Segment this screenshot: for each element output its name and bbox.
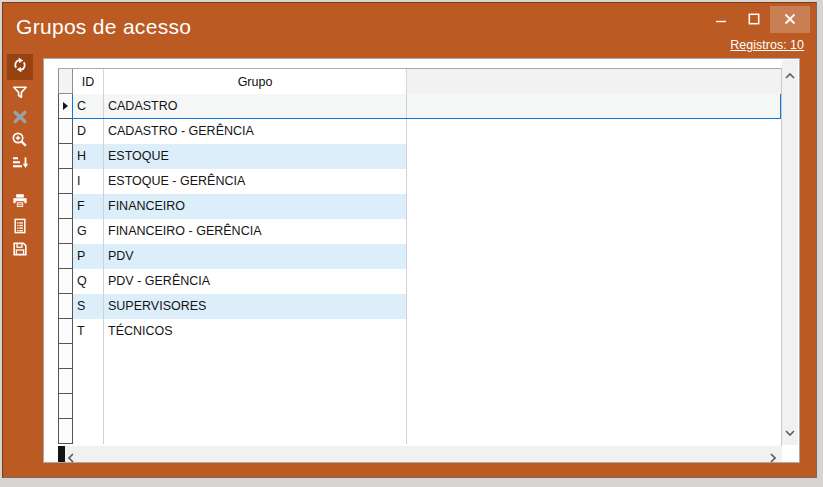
horizontal-scrollbar[interactable] xyxy=(58,446,782,462)
row-indicator-cell xyxy=(58,369,73,394)
row-indicator-cell xyxy=(58,294,73,319)
filter-icon xyxy=(11,84,29,106)
table-row[interactable]: FFINANCEIRO xyxy=(58,194,781,219)
scroll-down-icon[interactable] xyxy=(785,422,795,440)
row-indicator-cell xyxy=(58,144,73,169)
row-filler xyxy=(407,94,781,119)
minimize-icon xyxy=(715,11,727,29)
column-header-grupo[interactable]: Grupo xyxy=(104,69,407,94)
row-filler xyxy=(407,219,781,244)
row-filler xyxy=(407,269,781,294)
cell-grupo[interactable]: TÉCNICOS xyxy=(104,319,407,344)
sort-button[interactable] xyxy=(7,152,33,178)
table-row[interactable]: TTÉCNICOS xyxy=(58,319,781,344)
registros-link[interactable]: Registros: 10 xyxy=(730,38,804,52)
table-row[interactable]: IESTOQUE - GERÊNCIA xyxy=(58,169,781,194)
maximize-button[interactable] xyxy=(737,6,770,33)
scroll-right-icon[interactable] xyxy=(770,449,776,467)
cell-grupo[interactable]: ESTOQUE xyxy=(104,144,407,169)
report-icon xyxy=(11,217,29,239)
cell-id[interactable]: I xyxy=(73,169,104,194)
row-indicator-cell xyxy=(58,194,73,219)
empty-row xyxy=(58,369,781,394)
window-title: Grupos de acesso xyxy=(16,15,191,39)
cell-grupo[interactable]: FINANCEIRO xyxy=(104,194,407,219)
window-controls xyxy=(704,6,810,33)
table-row[interactable]: SSUPERVISORES xyxy=(58,294,781,319)
column-header-id[interactable]: ID xyxy=(73,69,104,94)
table-row[interactable]: GFINANCEIRO - GERÊNCIA xyxy=(58,219,781,244)
cell-id[interactable]: F xyxy=(73,194,104,219)
sort-descending-icon xyxy=(11,154,29,176)
table-row[interactable]: PPDV xyxy=(58,244,781,269)
close-button[interactable] xyxy=(770,6,810,33)
grid-body: CCADASTRODCADASTRO - GERÊNCIAHESTOQUEIES… xyxy=(58,94,781,446)
scroll-up-icon[interactable] xyxy=(785,65,795,83)
vertical-scrollbar[interactable] xyxy=(782,60,798,445)
table-row[interactable]: HESTOQUE xyxy=(58,144,781,169)
row-filler xyxy=(407,169,781,194)
refresh-button[interactable] xyxy=(7,54,33,80)
empty-row xyxy=(58,394,781,419)
cell-id[interactable]: S xyxy=(73,294,104,319)
scroll-left-icon[interactable] xyxy=(68,449,74,467)
minimize-button[interactable] xyxy=(704,6,737,33)
row-indicator-cell xyxy=(58,94,73,119)
cell-grupo[interactable]: SUPERVISORES xyxy=(104,294,407,319)
table-row[interactable]: CCADASTRO xyxy=(58,94,781,119)
clear-x-icon xyxy=(11,108,29,130)
row-indicator-cell xyxy=(58,169,73,194)
cell-grupo[interactable]: CADASTRO - GERÊNCIA xyxy=(104,119,407,144)
cell-id[interactable]: G xyxy=(73,219,104,244)
data-grid: ID Grupo CCADASTRODCADASTRO - GERÊNCIAHE… xyxy=(58,68,782,446)
row-indicator-cell xyxy=(58,244,73,269)
grid-header: ID Grupo xyxy=(58,69,781,94)
content-panel: ID Grupo CCADASTRODCADASTRO - GERÊNCIAHE… xyxy=(43,58,800,463)
row-filler xyxy=(407,144,781,169)
save-button[interactable] xyxy=(7,238,33,264)
magnifier-plus-icon xyxy=(11,131,29,153)
cell-id[interactable]: D xyxy=(73,119,104,144)
row-filler xyxy=(407,119,781,144)
cell-id[interactable]: T xyxy=(73,319,104,344)
empty-row xyxy=(58,344,781,369)
row-indicator-cell xyxy=(58,394,73,419)
row-indicator-cell xyxy=(58,319,73,344)
header-filler xyxy=(407,69,781,94)
row-filler xyxy=(407,294,781,319)
maximize-icon xyxy=(748,11,760,29)
filter-button[interactable] xyxy=(7,82,33,108)
cell-grupo[interactable]: ESTOQUE - GERÊNCIA xyxy=(104,169,407,194)
row-indicator-cell xyxy=(58,219,73,244)
row-indicator-cell xyxy=(58,419,73,444)
row-filler xyxy=(407,244,781,269)
cell-id[interactable]: P xyxy=(73,244,104,269)
close-icon xyxy=(784,11,796,29)
floppy-disk-icon xyxy=(11,240,29,262)
row-filler xyxy=(407,194,781,219)
refresh-icon xyxy=(11,56,29,78)
print-button[interactable] xyxy=(7,190,33,216)
row-filler xyxy=(407,319,781,344)
printer-icon xyxy=(11,192,29,214)
desktop-frame: Grupos de acesso Registros: 10 xyxy=(0,0,823,487)
current-row-arrow-icon xyxy=(63,102,68,110)
cell-id[interactable]: H xyxy=(73,144,104,169)
cell-grupo[interactable]: FINANCEIRO - GERÊNCIA xyxy=(104,219,407,244)
row-indicator-cell xyxy=(58,269,73,294)
row-indicator-cell xyxy=(58,344,73,369)
empty-row xyxy=(58,419,781,444)
header-indicator-cell xyxy=(58,69,73,94)
cell-id[interactable]: C xyxy=(73,94,104,119)
table-row[interactable]: QPDV - GERÊNCIA xyxy=(58,269,781,294)
row-indicator-cell xyxy=(58,119,73,144)
window: Grupos de acesso Registros: 10 xyxy=(2,2,817,478)
cell-grupo[interactable]: CADASTRO xyxy=(104,94,407,119)
table-row[interactable]: DCADASTRO - GERÊNCIA xyxy=(58,119,781,144)
cell-grupo[interactable]: PDV xyxy=(104,244,407,269)
cell-grupo[interactable]: PDV - GERÊNCIA xyxy=(104,269,407,294)
horizontal-scrollbar-thumb[interactable] xyxy=(58,446,65,462)
cell-id[interactable]: Q xyxy=(73,269,104,294)
